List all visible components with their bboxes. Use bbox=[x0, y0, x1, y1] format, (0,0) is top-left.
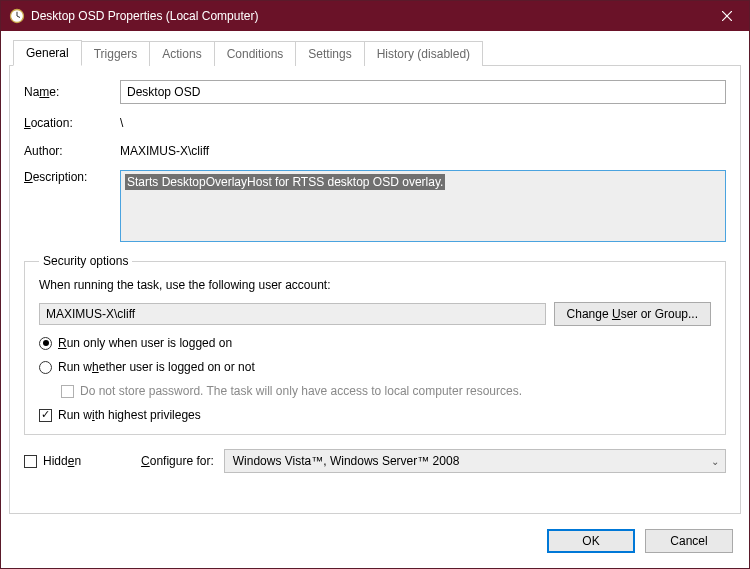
configure-for-value: Windows Vista™, Windows Server™ 2008 bbox=[233, 454, 460, 468]
checkbox-icon bbox=[61, 385, 74, 398]
security-legend: Security options bbox=[39, 254, 132, 268]
configure-for-label: Configure for: bbox=[141, 454, 214, 468]
location-label: Location: bbox=[24, 116, 110, 130]
hidden-label: Hidden bbox=[43, 454, 81, 468]
security-options-group: Security options When running the task, … bbox=[24, 254, 726, 435]
checkbox-dont-store-password: Do not store password. The task will onl… bbox=[61, 384, 711, 398]
radio-icon bbox=[39, 361, 52, 374]
tab-general[interactable]: General bbox=[13, 40, 82, 66]
highest-priv-label: Run with highest privileges bbox=[58, 408, 201, 422]
row-author: Author: MAXIMUS-X\cliff bbox=[24, 142, 726, 160]
window: Desktop OSD Properties (Local Computer) … bbox=[0, 0, 750, 569]
row-name: Name: bbox=[24, 80, 726, 104]
name-label: Name: bbox=[24, 85, 110, 99]
close-button[interactable] bbox=[704, 1, 749, 31]
client-area: General Triggers Actions Conditions Sett… bbox=[1, 31, 749, 522]
configure-for-select[interactable]: Windows Vista™, Windows Server™ 2008 ⌄ bbox=[224, 449, 726, 473]
tab-settings[interactable]: Settings bbox=[295, 41, 364, 66]
description-input[interactable]: Starts DesktopOverlayHost for RTSS deskt… bbox=[120, 170, 726, 242]
dont-store-label: Do not store password. The task will onl… bbox=[80, 384, 522, 398]
checkbox-highest-privileges[interactable]: Run with highest privileges bbox=[39, 408, 711, 422]
clock-icon bbox=[9, 8, 25, 24]
tabstrip: General Triggers Actions Conditions Sett… bbox=[9, 39, 741, 65]
checkbox-icon bbox=[39, 409, 52, 422]
dialog-footer: OK Cancel bbox=[1, 522, 749, 568]
location-value: \ bbox=[120, 114, 726, 132]
tab-history[interactable]: History (disabled) bbox=[364, 41, 483, 66]
change-user-button[interactable]: Change User or Group... bbox=[554, 302, 711, 326]
description-label: Description: bbox=[24, 170, 110, 184]
tab-actions[interactable]: Actions bbox=[149, 41, 214, 66]
user-account-field: MAXIMUS-X\cliff bbox=[39, 303, 546, 325]
row-description: Description: Starts DesktopOverlayHost f… bbox=[24, 170, 726, 242]
security-prompt: When running the task, use the following… bbox=[39, 278, 711, 292]
author-label: Author: bbox=[24, 144, 110, 158]
ok-button[interactable]: OK bbox=[547, 529, 635, 553]
titlebar: Desktop OSD Properties (Local Computer) bbox=[1, 1, 749, 31]
tab-panel-general: Name: Location: \ Author: MAXIMUS-X\clif… bbox=[9, 65, 741, 514]
tab-triggers[interactable]: Triggers bbox=[81, 41, 151, 66]
radio-run-only-label: Run only when user is logged on bbox=[58, 336, 232, 350]
user-account-value: MAXIMUS-X\cliff bbox=[46, 307, 135, 321]
bottom-row: Hidden Configure for: Windows Vista™, Wi… bbox=[24, 449, 726, 473]
checkbox-hidden[interactable]: Hidden bbox=[24, 454, 81, 468]
name-input[interactable] bbox=[120, 80, 726, 104]
cancel-button[interactable]: Cancel bbox=[645, 529, 733, 553]
chevron-down-icon: ⌄ bbox=[711, 456, 719, 467]
radio-run-whether-label: Run whether user is logged on or not bbox=[58, 360, 255, 374]
radio-run-only-logged-on[interactable]: Run only when user is logged on bbox=[39, 336, 711, 350]
checkbox-icon bbox=[24, 455, 37, 468]
author-value: MAXIMUS-X\cliff bbox=[120, 142, 726, 160]
radio-run-whether[interactable]: Run whether user is logged on or not bbox=[39, 360, 711, 374]
radio-icon bbox=[39, 337, 52, 350]
row-location: Location: \ bbox=[24, 114, 726, 132]
description-selected-text: Starts DesktopOverlayHost for RTSS deskt… bbox=[125, 174, 445, 190]
window-title: Desktop OSD Properties (Local Computer) bbox=[31, 9, 704, 23]
tab-conditions[interactable]: Conditions bbox=[214, 41, 297, 66]
